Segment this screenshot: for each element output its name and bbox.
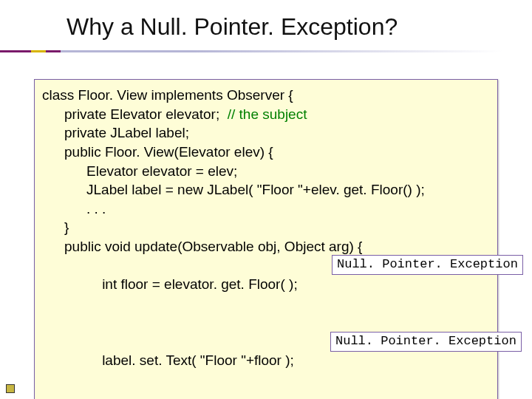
code-text: label. set. Text( "Floor "+floor ); [102,352,294,368]
exception-callout: Null. Pointer. Exception [332,255,523,275]
exception-callout: Null. Pointer. Exception [330,332,522,352]
code-comment: // the subject [228,106,307,122]
code-text: int floor = elevator. get. Floor( ); [102,276,298,292]
code-line: public Floor. View(Elevator elev) { [42,143,490,162]
code-block: class Floor. View implements Observer { … [34,79,498,399]
code-line: private JLabel label; [42,123,490,143]
title-underline [0,50,532,52]
code-line: JLabel label = new JLabel( "Floor "+elev… [42,180,490,200]
code-line: class Floor. View implements Observer { [42,86,490,105]
corner-bullet-icon [6,384,15,393]
code-line: } [42,218,490,237]
code-line: public void update(Observable obj, Objec… [42,237,490,256]
code-line: Elevator elevator = elev; [42,162,490,181]
code-line: . . . [42,200,490,219]
title-section: Why a Null. Pointer. Exception? [0,0,532,52]
code-line: int floor = elevator. get. Floor( ); Nul… [42,256,490,332]
code-line: private Elevator elevator; // the subjec… [42,105,490,124]
slide-title: Why a Null. Pointer. Exception? [66,13,532,41]
code-line: label. set. Text( "Floor "+floor ); Null… [42,332,490,399]
code-text: private Elevator elevator; [64,106,228,122]
